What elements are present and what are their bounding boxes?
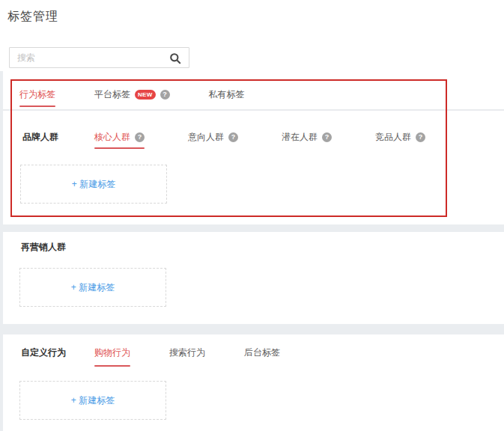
tab-intent-audience[interactable]: 意向人群 ? (188, 132, 238, 149)
behavior-tags-card: 行为标签 平台标签 NEW ? 私有标签 品牌人群 核心人群 ? 意向人群 ? (3, 71, 504, 224)
search-input[interactable] (10, 48, 189, 67)
new-badge: NEW (135, 90, 156, 100)
new-tag-label: + 新建标签 (71, 281, 115, 294)
help-icon[interactable]: ? (322, 132, 332, 142)
tag-management-page: 标签管理 行为标签 平台标签 NEW ? 私有标签 (0, 0, 504, 431)
help-icon[interactable]: ? (160, 90, 170, 100)
tab-potential-audience[interactable]: 潜在人群 ? (282, 132, 332, 149)
active-tab-underline (94, 147, 145, 149)
new-tag-button-brand[interactable]: + 新建标签 (20, 165, 167, 204)
new-tag-button-remarketing[interactable]: + 新建标签 (19, 268, 166, 307)
help-icon[interactable]: ? (135, 132, 145, 142)
new-tag-label: + 新建标签 (72, 178, 115, 191)
primary-tab-bar: 行为标签 平台标签 NEW ? 私有标签 (3, 79, 504, 111)
brand-audience-row: 品牌人群 核心人群 ? 意向人群 ? 潜在人群 ? 竞品人群 ? (3, 132, 504, 149)
tab-behavior-tags[interactable]: 行为标签 (19, 79, 55, 109)
page-title: 标签管理 (7, 9, 58, 25)
tab-label: 竞品人群 (375, 132, 411, 142)
tab-competitor-audience[interactable]: 竞品人群 ? (375, 132, 425, 149)
tab-label: 搜索行为 (169, 347, 205, 358)
tab-private-tags[interactable]: 私有标签 (209, 79, 245, 109)
custom-behavior-card: 自定义行为 购物行为 搜索行为 后台标签 + 新建标签 (3, 334, 504, 431)
tab-label: 私有标签 (209, 88, 245, 101)
remarketing-label: 再营销人群 (3, 232, 504, 252)
brand-audience-label: 品牌人群 (22, 132, 94, 142)
tab-label: 意向人群 (188, 132, 224, 142)
active-tab-underline (94, 365, 130, 367)
search-icon[interactable] (169, 52, 181, 64)
search-box (9, 47, 189, 68)
remarketing-card: 再营销人群 + 新建标签 (3, 232, 504, 324)
tab-label: 潜在人群 (282, 132, 318, 142)
tab-core-audience[interactable]: 核心人群 ? (94, 132, 145, 149)
tab-label: 平台标签 (94, 88, 130, 101)
tab-label: 行为标签 (19, 88, 55, 101)
custom-behavior-row: 自定义行为 购物行为 搜索行为 后台标签 (3, 334, 504, 367)
tab-label: 核心人群 (94, 132, 130, 142)
tab-shopping-behavior[interactable]: 购物行为 (94, 347, 130, 367)
tab-label: 购物行为 (94, 347, 130, 358)
active-tab-underline (19, 106, 55, 107)
help-icon[interactable]: ? (416, 132, 425, 142)
tab-platform-tags[interactable]: 平台标签 NEW ? (94, 79, 170, 109)
custom-behavior-label: 自定义行为 (21, 347, 94, 358)
new-tag-label: + 新建标签 (71, 394, 115, 407)
help-icon[interactable]: ? (228, 132, 238, 142)
new-tag-button-custom[interactable]: + 新建标签 (19, 381, 166, 420)
tab-backend-tags[interactable]: 后台标签 (244, 347, 280, 367)
tab-search-behavior[interactable]: 搜索行为 (169, 347, 205, 367)
tab-label: 后台标签 (244, 347, 280, 358)
